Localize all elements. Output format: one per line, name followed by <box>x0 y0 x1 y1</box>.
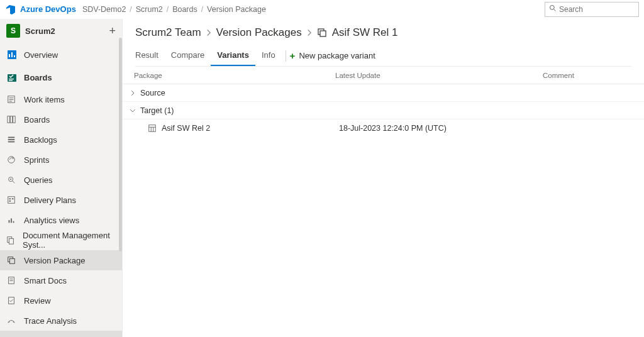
sidebar-section-boards[interactable]: Boards <box>0 67 122 90</box>
nav-item[interactable]: Queries <box>0 170 122 190</box>
search-box[interactable] <box>545 2 639 17</box>
nav-item-label: Queries <box>24 175 53 185</box>
sidebar-section-label: Overview <box>24 50 58 60</box>
svg-rect-29 <box>13 221 14 223</box>
boards-icon <box>6 72 18 84</box>
nav-item[interactable]: Backlogs <box>0 130 122 150</box>
nav-item[interactable]: Sprints <box>0 150 122 170</box>
nav-item[interactable]: Work items <box>0 89 122 109</box>
group-label: Source <box>140 89 165 97</box>
tab[interactable]: Variants <box>211 45 255 66</box>
nav-item[interactable]: Delivery Plans <box>0 190 122 210</box>
nav-icon <box>6 195 16 205</box>
nav-icon <box>6 235 15 245</box>
svg-rect-4 <box>11 52 13 57</box>
svg-rect-17 <box>8 139 15 140</box>
nav-item[interactable]: Smart Docs <box>0 270 122 290</box>
svg-rect-18 <box>8 141 15 143</box>
nav-icon <box>6 155 16 165</box>
svg-rect-11 <box>9 99 14 100</box>
breadcrumb-org[interactable]: SDV-Demo2 <box>82 5 126 14</box>
col-update[interactable]: Latest Update <box>335 72 543 79</box>
svg-rect-36 <box>9 280 13 281</box>
nav-item-label: Smart Docs <box>24 276 67 285</box>
svg-line-22 <box>13 181 15 184</box>
breadcrumb-area[interactable]: Boards <box>172 5 197 14</box>
svg-rect-14 <box>10 116 13 123</box>
svg-point-19 <box>8 157 15 163</box>
tab[interactable]: Compare <box>165 45 211 66</box>
nav-item-label: Delivery Plans <box>24 196 76 205</box>
svg-rect-37 <box>9 297 14 304</box>
nav-icon <box>6 94 16 104</box>
nav-item[interactable]: Trace Analysis <box>0 311 122 331</box>
tab[interactable]: Result <box>135 45 165 66</box>
svg-rect-42 <box>149 125 156 132</box>
col-package[interactable]: Package <box>134 72 335 79</box>
nav-item-label: Boards <box>24 115 50 124</box>
svg-rect-23 <box>8 197 15 204</box>
svg-rect-8 <box>9 80 13 80</box>
search-input[interactable] <box>559 5 635 14</box>
svg-rect-16 <box>8 137 15 138</box>
nav-item[interactable]: Review <box>0 290 122 311</box>
svg-rect-12 <box>9 101 12 102</box>
bc-team[interactable]: Scrum2 Team <box>135 26 201 39</box>
bc-section[interactable]: Version Packages <box>216 26 302 39</box>
package-icon <box>148 124 158 133</box>
chevron-right-icon <box>306 29 313 36</box>
tab[interactable]: Info <box>255 45 282 66</box>
project-name: Scrum2 <box>25 26 109 36</box>
chevron-icon <box>128 90 138 96</box>
sidebar-bottom-bar <box>0 331 122 337</box>
main-content: Scrum2 Team Version Packages Asif SW Rel… <box>123 19 644 337</box>
svg-point-38 <box>9 321 10 323</box>
nav-icon <box>6 296 16 306</box>
package-stack-icon <box>317 28 327 38</box>
breadcrumb-project[interactable]: Scrum2 <box>136 5 163 14</box>
nav-item[interactable]: Document Management Syst... <box>0 230 122 250</box>
new-package-variant-button[interactable]: + New package variant <box>290 50 375 61</box>
nav-item-label: Review <box>24 296 51 306</box>
new-action-label: New package variant <box>299 51 375 60</box>
sidebar-section-label: Boards <box>24 73 52 82</box>
nav-item-label: Sprints <box>24 155 49 165</box>
bc-item[interactable]: Asif SW Rel 1 <box>332 26 398 39</box>
nav-item[interactable]: Version Package <box>0 250 122 270</box>
svg-rect-15 <box>13 116 16 123</box>
svg-rect-27 <box>9 220 10 223</box>
group-label: Target (1) <box>140 106 174 115</box>
svg-rect-26 <box>9 201 11 202</box>
nav-item-label: Trace Analysis <box>24 316 77 326</box>
col-comment[interactable]: Comment <box>543 72 633 79</box>
nav-icon <box>6 215 16 225</box>
svg-rect-5 <box>14 55 15 57</box>
nav-item[interactable]: Analytics views <box>0 210 122 230</box>
nav-icon <box>6 275 16 285</box>
svg-rect-31 <box>9 239 13 245</box>
table-row[interactable]: Asif SW Rel 218-Jul-2023 12:24:0 PM (UTC… <box>123 119 644 137</box>
sidebar-section-overview[interactable]: Overview <box>0 43 122 67</box>
svg-rect-13 <box>8 116 10 123</box>
chevron-right-icon <box>205 29 213 36</box>
nav-item[interactable]: Boards <box>0 109 122 130</box>
product-link[interactable]: Azure DevOps <box>20 4 76 14</box>
group-row[interactable]: Target (1) <box>123 102 644 119</box>
project-add-icon[interactable]: + <box>109 25 116 36</box>
group-row[interactable]: Source <box>123 84 644 102</box>
overview-icon <box>6 49 18 60</box>
nav-icon <box>6 175 16 185</box>
svg-rect-28 <box>11 219 12 223</box>
svg-rect-35 <box>9 279 13 280</box>
svg-point-39 <box>13 321 14 323</box>
project-row[interactable]: S Scrum2 + <box>0 19 122 43</box>
svg-point-0 <box>550 6 555 10</box>
nav-icon <box>6 135 16 145</box>
tabs-row: ResultCompareVariantsInfo + New package … <box>135 45 631 67</box>
azure-devops-logo-icon <box>5 4 16 15</box>
nav-icon <box>6 316 16 326</box>
chevron-icon <box>128 108 138 114</box>
svg-rect-7 <box>9 79 14 79</box>
breadcrumb-page[interactable]: Version Package <box>207 5 266 14</box>
svg-rect-33 <box>9 259 14 264</box>
